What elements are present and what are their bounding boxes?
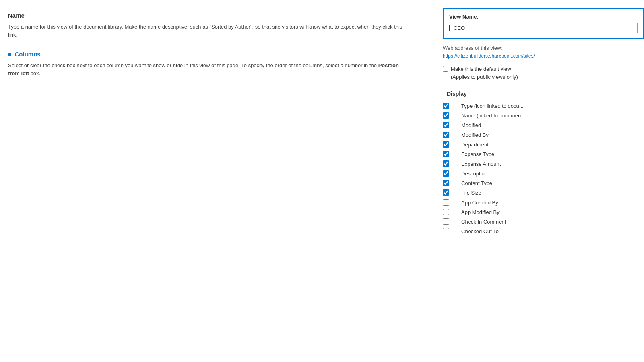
column-checkbox-modified_by[interactable] bbox=[443, 132, 449, 138]
default-view-checkbox[interactable] bbox=[443, 66, 448, 72]
view-name-label: View Name: bbox=[449, 14, 638, 20]
column-checkbox-expense_type[interactable] bbox=[443, 151, 449, 157]
column-checkbox-checked_out_to[interactable] bbox=[443, 228, 449, 234]
column-row-expense_amount: Expense Amount bbox=[443, 159, 644, 169]
column-label-modified: Modified bbox=[461, 122, 481, 128]
column-row-name: Name (linked to documen... bbox=[443, 111, 644, 120]
view-name-input[interactable] bbox=[451, 23, 638, 33]
column-row-checked_out_to: Checked Out To bbox=[443, 226, 644, 236]
column-row-app_modified_by: App Modified By bbox=[443, 207, 644, 217]
column-row-department: Department bbox=[443, 140, 644, 149]
web-address-url: https://citizenbuilders.sharepoint.com/s… bbox=[443, 53, 535, 59]
cursor-indicator bbox=[449, 25, 450, 31]
column-checkbox-app_created_by[interactable] bbox=[443, 199, 449, 206]
column-row-expense_type: Expense Type bbox=[443, 149, 644, 159]
column-checkbox-app_modified_by[interactable] bbox=[443, 209, 449, 215]
column-label-expense_type: Expense Type bbox=[461, 151, 494, 157]
column-checkbox-expense_amount[interactable] bbox=[443, 160, 449, 167]
default-view-text: Make this the default view (Applies to p… bbox=[451, 65, 518, 81]
web-address-label: Web address of this view: bbox=[443, 45, 644, 51]
column-row-modified: Modified bbox=[443, 120, 644, 130]
column-label-file_size: File Size bbox=[461, 190, 481, 196]
column-row-content_type: Content Type bbox=[443, 178, 644, 188]
column-label-description: Description bbox=[461, 171, 487, 177]
column-label-expense_amount: Expense Amount bbox=[461, 161, 501, 167]
default-view-section: Make this the default view (Applies to p… bbox=[443, 65, 644, 81]
columns-list: Type (icon linked to docu...Name (linked… bbox=[443, 101, 644, 236]
column-row-check_in_comment: Check In Comment bbox=[443, 217, 644, 226]
web-address-section: Web address of this view: https://citize… bbox=[443, 45, 644, 59]
name-section-description: Type a name for this view of the documen… bbox=[8, 23, 411, 39]
column-label-modified_by: Modified By bbox=[461, 132, 489, 138]
column-row-app_created_by: App Created By bbox=[443, 197, 644, 207]
column-checkbox-content_type[interactable] bbox=[443, 180, 449, 186]
column-checkbox-name[interactable] bbox=[443, 112, 449, 119]
column-label-app_created_by: App Created By bbox=[461, 200, 498, 206]
column-checkbox-department[interactable] bbox=[443, 141, 449, 148]
columns-section-title: Columns bbox=[14, 51, 40, 58]
column-checkbox-file_size[interactable] bbox=[443, 189, 449, 196]
column-label-name: Name (linked to documen... bbox=[461, 113, 525, 119]
columns-section-description: Select or clear the check box next to ea… bbox=[8, 62, 411, 77]
column-label-check_in_comment: Check In Comment bbox=[461, 219, 506, 225]
column-checkbox-check_in_comment[interactable] bbox=[443, 218, 449, 225]
column-row-description: Description bbox=[443, 169, 644, 178]
name-section-title: Name bbox=[8, 12, 423, 19]
column-row-modified_by: Modified By bbox=[443, 130, 644, 140]
display-header: Display bbox=[443, 90, 644, 97]
column-row-type: Type (icon linked to docu... bbox=[443, 101, 644, 111]
columns-collapse-icon[interactable]: ■ bbox=[8, 51, 11, 58]
column-checkbox-description[interactable] bbox=[443, 170, 449, 177]
column-label-content_type: Content Type bbox=[461, 180, 492, 186]
view-name-box: View Name: bbox=[443, 8, 644, 39]
column-checkbox-modified[interactable] bbox=[443, 122, 449, 128]
column-label-type: Type (icon linked to docu... bbox=[461, 103, 524, 109]
column-label-department: Department bbox=[461, 142, 489, 148]
column-label-app_modified_by: App Modified By bbox=[461, 209, 500, 215]
column-row-file_size: File Size bbox=[443, 188, 644, 197]
column-checkbox-type[interactable] bbox=[443, 103, 449, 109]
column-label-checked_out_to: Checked Out To bbox=[461, 228, 499, 234]
